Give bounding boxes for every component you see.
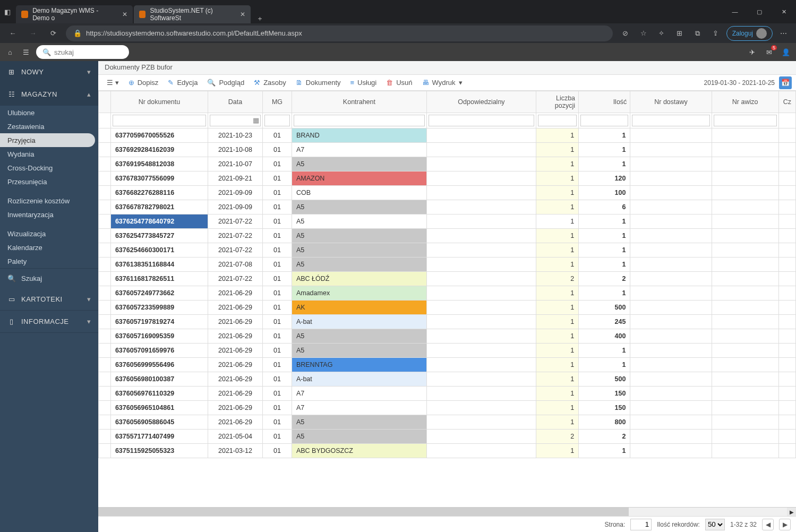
filter-il[interactable] <box>580 115 628 126</box>
table-row[interactable]: 63760570916599762021-06-2901A511 <box>99 344 796 358</box>
sidebar-item[interactable]: Ulubione <box>0 106 98 119</box>
table-row[interactable]: 63769292841620392021-10-0801A711 <box>99 143 796 157</box>
back-button[interactable]: ← <box>5 26 20 41</box>
col-nr[interactable]: Nr dokumentu <box>110 91 208 113</box>
sidebar-item[interactable]: Przyjęcia <box>0 133 95 147</box>
col-data[interactable]: Data <box>208 91 262 113</box>
dopisz-button[interactable]: ⊕Dopisz <box>124 76 163 89</box>
table-row[interactable]: 63762547738457272021-07-2201A511 <box>99 229 796 243</box>
refresh-button[interactable]: ⟳ <box>46 26 61 41</box>
extensions-icon[interactable]: ⊞ <box>672 26 687 41</box>
sidebar-item[interactable]: Inwentaryzacja <box>0 208 98 221</box>
sidebar-section-magazyn[interactable]: ☷ MAGAZYN ▴ <box>0 83 98 106</box>
close-icon[interactable]: ✕ <box>240 11 245 18</box>
sidebar-item[interactable]: Wydania <box>0 147 98 161</box>
table-row[interactable]: 63760569761103292021-06-2901A71150 <box>99 387 796 401</box>
table-row[interactable]: 63762547786407922021-07-2201A511 <box>99 214 796 229</box>
table-row[interactable]: 63755717714074992021-05-0401A522 <box>99 430 796 444</box>
table-row[interactable]: 63769195488120382021-10-0701A511 <box>99 157 796 171</box>
sidebar-item[interactable]: Kalendarze <box>0 241 98 254</box>
sidebar-item[interactable]: Rozliczenie kosztów <box>0 194 98 208</box>
calendar-icon[interactable]: ▦ <box>253 116 259 124</box>
filter-nr[interactable] <box>113 115 206 126</box>
table-row[interactable]: 63760569995564962021-06-2901BRENNTAG11 <box>99 358 796 372</box>
table-row[interactable]: 63762546603001712021-07-2201A511 <box>99 243 796 258</box>
table-row[interactable]: 63760572335998892021-06-2901AK1500 <box>99 301 796 315</box>
table-row[interactable]: 63766822762881162021-09-0901COB1100 <box>99 186 796 200</box>
uslugi-button[interactable]: ≡Usługi <box>346 76 381 89</box>
new-tab-button[interactable]: ＋ <box>252 14 268 23</box>
table-row[interactable]: 63761383511688442021-07-0801A511 <box>99 258 796 272</box>
col-kon[interactable]: Kontrahent <box>292 91 426 113</box>
filter-na[interactable] <box>714 115 777 126</box>
address-bar[interactable]: 🔒 https://studiosystemdemo.softwarestudi… <box>66 25 613 41</box>
sidebar-item[interactable]: Cross-Docking <box>0 161 98 175</box>
close-icon[interactable]: ✕ <box>122 11 127 18</box>
horizontal-scrollbar[interactable]: ▶ <box>98 507 796 516</box>
col-odp[interactable]: Odpowiedzialny <box>426 91 536 113</box>
wydruk-button[interactable]: 🖶Wydruk ▾ <box>418 76 467 89</box>
page-size-select[interactable]: 50 <box>705 519 725 530</box>
scroll-right-icon[interactable]: ▶ <box>787 508 796 516</box>
col-cz[interactable]: Cz <box>778 91 795 113</box>
table-row[interactable]: 63766787827980212021-09-0901A516 <box>99 200 796 214</box>
minimize-button[interactable]: ― <box>723 0 747 23</box>
filter-lp[interactable] <box>538 115 577 126</box>
mail-icon[interactable]: ✉5 <box>763 46 775 58</box>
calendar-button[interactable]: 📅 <box>779 76 792 89</box>
col-na[interactable]: Nr awizo <box>712 91 778 113</box>
table-row[interactable]: 63770596700555262021-10-2301BRAND11 <box>99 128 796 143</box>
sidebar-item[interactable]: Przesunięcia <box>0 175 98 188</box>
menu-button[interactable]: ☰ ▾ <box>102 76 123 89</box>
usun-button[interactable]: 🗑Usuń <box>382 76 416 89</box>
filter-odp[interactable] <box>429 115 534 126</box>
table-row[interactable]: 63760571690953592021-06-2901A51400 <box>99 329 796 344</box>
col-mg[interactable]: MG <box>262 91 292 113</box>
col-lp[interactable]: Liczba pozycji <box>536 91 578 113</box>
login-button[interactable]: Zaloguj <box>726 26 773 41</box>
sidebar-section-nowy[interactable]: ⊞ NOWY ▾ <box>0 61 98 83</box>
filter-mg[interactable] <box>264 115 290 126</box>
table-row[interactable]: 63760569058860452021-06-2901A51800 <box>99 415 796 430</box>
toggle-sidebar-icon[interactable]: ☰ <box>20 46 32 58</box>
sync-icon[interactable]: ⧉ <box>690 26 705 41</box>
browser-tab-0[interactable]: Demo Magazyn WMS - Demo o ✕ <box>16 5 133 23</box>
tab-view-icon[interactable]: ◧ <box>2 6 13 17</box>
airplane-icon[interactable]: ✈ <box>746 46 758 58</box>
sidebar-item[interactable]: Wizualizacja <box>0 227 98 241</box>
share-icon[interactable]: ⇪ <box>708 26 723 41</box>
dokumenty-button[interactable]: 🗎Dokumenty <box>292 76 345 89</box>
browser-tab-1[interactable]: StudioSystem.NET (c) SoftwareSt ✕ <box>134 5 251 23</box>
table-row[interactable]: 63761168178265112021-07-2201ABC ŁÓDŹ22 <box>99 272 796 286</box>
close-button[interactable]: ✕ <box>772 0 796 23</box>
menu-button[interactable]: ⋯ <box>776 26 791 41</box>
collections-icon[interactable]: ✧ <box>654 26 669 41</box>
table-row[interactable]: 63751159250553232021-03-1201ABC BYDGOSZC… <box>99 444 796 458</box>
next-page-button[interactable]: ▶ <box>779 519 791 530</box>
maximize-button[interactable]: ▢ <box>747 0 772 23</box>
col-nrd[interactable]: Nr dostawy <box>630 91 712 113</box>
col-il[interactable]: Ilość <box>579 91 630 113</box>
filter-kon[interactable] <box>294 115 425 126</box>
zasoby-button[interactable]: ⚒Zasoby <box>250 76 290 89</box>
user-icon[interactable]: 👤 <box>780 46 792 58</box>
table-row[interactable]: 63760572497736622021-06-2901Amadamex11 <box>99 286 796 301</box>
sidebar-section-informacje[interactable]: ▯ INFORMACJE ▾ <box>0 311 98 333</box>
sidebar-item[interactable]: Zestawienia <box>0 119 98 133</box>
search-input[interactable]: 🔍 <box>36 45 129 59</box>
sidebar-section-kartoteki[interactable]: ▭ KARTOTEKI ▾ <box>0 288 98 311</box>
page-input[interactable] <box>630 519 652 530</box>
table-row[interactable]: 63760571978192742021-06-2901A-bat1245 <box>99 315 796 329</box>
table-row[interactable]: 63760569651048612021-06-2901A71150 <box>99 401 796 415</box>
table-row[interactable]: 63767830775560992021-09-2101AMAZON1120 <box>99 171 796 186</box>
tracking-icon[interactable]: ⊘ <box>618 26 633 41</box>
sidebar-item[interactable]: Palety <box>0 254 98 268</box>
prev-page-button[interactable]: ◀ <box>762 519 774 530</box>
favorite-icon[interactable]: ☆ <box>636 26 651 41</box>
filter-nrd[interactable] <box>632 115 709 126</box>
podglad-button[interactable]: 🔍Podgląd <box>203 76 249 89</box>
home-icon[interactable]: ⌂ <box>4 46 16 58</box>
table-row[interactable]: 63760569801003872021-06-2901A-bat1500 <box>99 372 796 387</box>
sidebar-item[interactable]: 🔍Szukaj <box>0 268 98 288</box>
edycja-button[interactable]: ✎Edycja <box>164 76 202 89</box>
